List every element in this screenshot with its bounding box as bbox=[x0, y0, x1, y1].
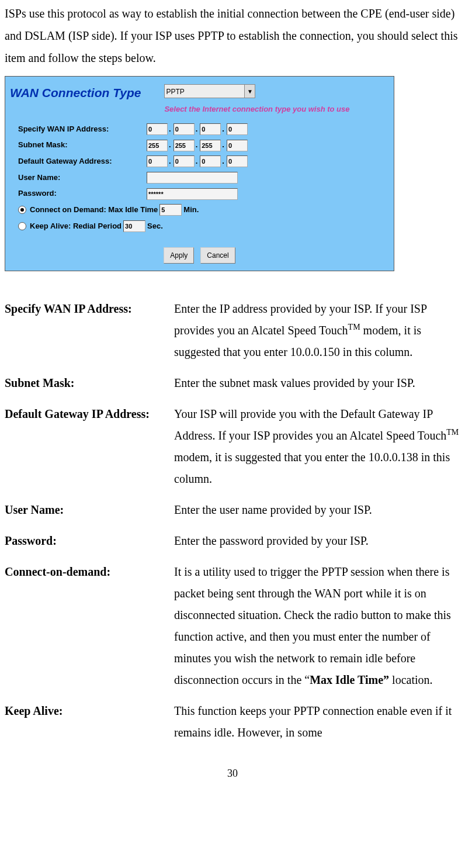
chevron-down-icon: ▼ bbox=[244, 85, 255, 98]
gateway-octet-3[interactable]: 0 bbox=[200, 155, 221, 167]
subnet-octet-1[interactable]: 255 bbox=[147, 140, 168, 151]
gateway-octet-1[interactable]: 0 bbox=[147, 155, 168, 167]
def-row-username: User Name: Enter the user name provided … bbox=[5, 496, 460, 527]
page-number: 30 bbox=[5, 763, 460, 783]
def-term: User Name: bbox=[5, 496, 174, 527]
apply-button[interactable]: Apply bbox=[164, 247, 194, 264]
dropdown-value: PPTP bbox=[166, 88, 184, 96]
max-idle-time-input[interactable]: 5 bbox=[159, 204, 182, 216]
def-term: Default Gateway IP Address: bbox=[5, 400, 174, 496]
subnet-octet-4[interactable]: 0 bbox=[227, 140, 248, 151]
wan-ip-octet-2[interactable]: 0 bbox=[173, 123, 195, 135]
def-term: Keep Alive: bbox=[5, 697, 174, 749]
wan-ip-octet-3[interactable]: 0 bbox=[200, 123, 221, 135]
def-term: Subnet Mask: bbox=[5, 369, 174, 400]
def-row-password: Password: Enter the password provided by… bbox=[5, 527, 460, 558]
sec-suffix: Sec. bbox=[147, 219, 163, 234]
connect-on-demand-radio[interactable] bbox=[18, 206, 26, 214]
def-term: Password: bbox=[5, 527, 174, 558]
def-term: Connect-on-demand: bbox=[5, 558, 174, 697]
password-input[interactable]: ****** bbox=[147, 188, 238, 200]
panel-subtitle: Select the Internet connection type you … bbox=[164, 102, 389, 117]
connection-type-dropdown[interactable]: PPTP ▼ bbox=[164, 84, 255, 98]
def-desc: Enter the IP address provided by your IS… bbox=[174, 295, 460, 369]
wan-ip-label: Specify WAN IP Address: bbox=[18, 122, 147, 137]
connect-on-demand-label: Connect on Demand: Max Idle Time bbox=[30, 203, 158, 217]
def-desc: Your ISP will provide you with the Defau… bbox=[174, 400, 460, 496]
def-desc: This function keeps your PPTP connection… bbox=[174, 697, 460, 749]
def-row-connect-on-demand: Connect-on-demand: It is a utility used … bbox=[5, 558, 460, 697]
subnet-octet-3[interactable]: 255 bbox=[200, 140, 221, 151]
def-desc: Enter the user name provided by your ISP… bbox=[174, 496, 460, 527]
def-term: Specify WAN IP Address: bbox=[5, 295, 174, 369]
definitions-table: Specify WAN IP Address: Enter the IP add… bbox=[5, 295, 460, 749]
min-suffix: Min. bbox=[183, 203, 199, 217]
gateway-octet-2[interactable]: 0 bbox=[173, 155, 195, 167]
password-label: Password: bbox=[18, 186, 147, 201]
username-label: User Name: bbox=[18, 171, 147, 185]
redial-period-input[interactable]: 30 bbox=[123, 220, 145, 232]
wan-ip-octet-1[interactable]: 0 bbox=[147, 123, 168, 135]
cancel-button[interactable]: Cancel bbox=[200, 247, 235, 264]
panel-title: WAN Connection Type bbox=[10, 79, 141, 105]
subnet-octet-2[interactable]: 255 bbox=[173, 140, 195, 151]
keep-alive-label: Keep Alive: Redial Period bbox=[30, 219, 122, 234]
def-desc: Enter the subnet mask values provided by… bbox=[174, 369, 460, 400]
subnet-label: Subnet Mask: bbox=[18, 138, 147, 153]
def-row-keep-alive: Keep Alive: This function keeps your PPT… bbox=[5, 697, 460, 749]
def-row-gateway: Default Gateway IP Address: Your ISP wil… bbox=[5, 400, 460, 496]
def-row-wan-ip: Specify WAN IP Address: Enter the IP add… bbox=[5, 295, 460, 369]
gateway-octet-4[interactable]: 0 bbox=[227, 155, 248, 167]
keep-alive-radio[interactable] bbox=[18, 222, 26, 230]
intro-paragraph: ISPs use this protocol as way to establi… bbox=[5, 2, 460, 69]
def-row-subnet: Subnet Mask: Enter the subnet mask value… bbox=[5, 369, 460, 400]
username-input[interactable] bbox=[147, 172, 238, 184]
def-desc: It is a utility used to trigger the PPTP… bbox=[174, 558, 460, 697]
gateway-label: Default Gateway Address: bbox=[18, 154, 147, 169]
wan-ip-octet-4[interactable]: 0 bbox=[227, 123, 248, 135]
def-desc: Enter the password provided by your ISP. bbox=[174, 527, 460, 558]
config-screenshot-panel: WAN Connection Type PPTP ▼ Select the In… bbox=[5, 76, 394, 271]
